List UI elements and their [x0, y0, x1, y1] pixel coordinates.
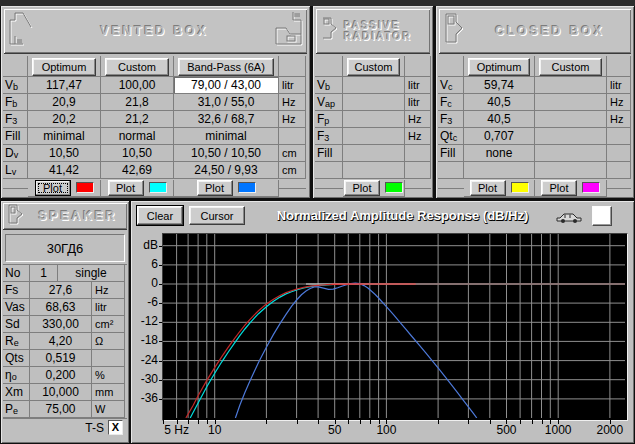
x-tick-label: 50: [328, 423, 341, 437]
cursor-button[interactable]: Cursor: [189, 206, 245, 225]
unit-label: Hz: [607, 94, 631, 111]
param-label: Qtc: [438, 128, 464, 145]
param-label: Dv: [3, 145, 28, 162]
x-tick-mark: [558, 420, 559, 424]
vented-box-table: Optimum Custom Band-Pass (6A) Vb 117,47 …: [3, 56, 308, 197]
y-tick-mark: [159, 341, 162, 342]
vented-box-header: VENTED BOX: [4, 9, 307, 54]
unit-label: Hz: [405, 128, 431, 145]
passive-custom-value: [343, 111, 405, 128]
y-tick-mark: [159, 303, 162, 304]
closed-box-header: CLOSED BOX: [439, 9, 631, 54]
vented-bandpass-value: 24,50 / 9,93: [174, 162, 279, 179]
x-tick-mark: [207, 420, 208, 424]
car-acoustics-icon[interactable]: [555, 210, 583, 228]
vented-optimum-value: 117,47: [28, 77, 101, 94]
y-tick-label: -36: [131, 392, 158, 404]
x-tick-mark: [266, 420, 267, 424]
closed-custom-value: [535, 77, 607, 94]
param-label: Fill: [438, 145, 464, 162]
x-tick-mark: [335, 420, 336, 424]
unit-label: Ω: [92, 333, 125, 350]
x-tick-label: 1000: [545, 423, 572, 437]
amplitude-response-plot[interactable]: [162, 233, 628, 421]
x-tick-mark: [542, 420, 543, 424]
passive-radiator-title-line2: RADIATOR: [344, 31, 430, 42]
plot-closed-optimum-button[interactable]: Plot: [470, 180, 506, 196]
param-label: Fill: [3, 128, 28, 145]
closed-custom-value: [535, 111, 607, 128]
vented-box-title: VENTED BOX: [38, 24, 271, 38]
unit-label: litr: [607, 77, 631, 94]
closed-plot-row: Plot Plot: [438, 179, 632, 197]
passive-custom-value: [343, 145, 405, 162]
param-value: 0,519: [30, 350, 92, 367]
closed-column-header-row: Optimum Custom: [438, 56, 632, 77]
vented-bandpass-value[interactable]: 79,00 / 43,00: [174, 77, 279, 94]
plot-closed-custom-button[interactable]: Plot: [541, 180, 577, 196]
unit-label: cm: [279, 162, 306, 179]
ts-checkbox[interactable]: X: [108, 420, 123, 435]
vented-bandpass-button[interactable]: Band-Pass (6A): [178, 58, 274, 76]
unit-label: [279, 128, 306, 145]
no-value[interactable]: 1: [30, 265, 58, 282]
passive-param-row: F3 Hz: [315, 128, 431, 145]
vented-bandpass-value: 31,0 / 55,0: [174, 94, 279, 111]
plot-vented-bandpass-button[interactable]: Plot: [197, 180, 233, 196]
unit-label: Hz: [279, 111, 306, 128]
vented-custom-value: 21,8: [101, 94, 174, 111]
vented-custom-button[interactable]: Custom: [105, 58, 169, 76]
param-label: Vas: [3, 299, 30, 316]
param-label: F3: [438, 111, 464, 128]
ts-parameters-row: T-S X: [3, 418, 127, 436]
x-tick-label: 2000: [597, 423, 624, 437]
no-mode[interactable]: single: [58, 265, 125, 282]
param-label: Fc: [438, 94, 464, 111]
y-tick-label: -30: [131, 373, 158, 385]
plot-color-swatch-cyan: [149, 182, 167, 193]
param-value: 68,63: [30, 299, 92, 316]
x-tick-mark: [610, 420, 611, 424]
graph-title: Normalized Amplitude Response (dB/Hz): [251, 208, 554, 223]
x-tick-mark: [532, 420, 533, 424]
passive-radiator-title-line1: PASSIVE: [344, 20, 430, 31]
speaker-table: No 1 single Fs 27,6 Hz Vas 68,63 litr: [3, 264, 127, 418]
closed-custom-button[interactable]: Custom: [539, 58, 602, 76]
unit-label: [92, 350, 125, 367]
unit-label: [607, 145, 631, 162]
speaker-param-row: ηo 0,200 %: [3, 367, 127, 384]
x-tick-mark: [177, 420, 178, 424]
speaker-no-row: No 1 single: [3, 265, 127, 282]
closed-optimum-value: none: [464, 145, 535, 162]
vented-optimum-button[interactable]: Optimum: [32, 58, 96, 76]
x-tick-label: 10: [208, 423, 221, 437]
plot-color-swatch-red: [76, 182, 94, 193]
closed-optimum-value: 40,5: [464, 94, 535, 111]
plot-passive-button[interactable]: Plot: [344, 180, 380, 196]
clear-button[interactable]: Clear: [137, 206, 183, 225]
unit-label: W: [92, 401, 125, 418]
closed-optimum-value: 0,707: [464, 128, 535, 145]
vented-column-header-row: Optimum Custom Band-Pass (6A): [3, 56, 308, 77]
passive-radiator-panel: PASSIVE RADIATOR Custom Vb litr: [313, 6, 433, 198]
vented-param-row: Dv 10,50 10,50 10,50 / 10,50 cm: [3, 145, 308, 162]
passive-custom-value: [343, 128, 405, 145]
y-tick-label: 0: [131, 277, 158, 289]
param-label: Re: [3, 333, 30, 350]
param-label: Vb: [315, 77, 343, 94]
unit-label: cm²: [92, 316, 125, 333]
passive-custom-button[interactable]: Custom: [347, 58, 400, 76]
unit-label: litr: [92, 299, 125, 316]
y-tick-mark: [159, 380, 162, 381]
param-label: Fb: [3, 94, 28, 111]
unit-label: litr: [279, 77, 306, 94]
vented-param-row: Vb 117,47 100,00 79,00 / 43,00 litr: [3, 77, 308, 94]
plot-vented-custom-button[interactable]: Plot: [108, 180, 144, 196]
color-swatch-button[interactable]: [592, 206, 612, 226]
speaker-param-row: Vas 68,63 litr: [3, 299, 127, 316]
speaker-model-name[interactable]: 30ГД6: [5, 234, 125, 262]
x-tick-mark: [360, 420, 361, 424]
param-label: Vb: [3, 77, 28, 94]
plot-vented-optimum-button[interactable]: Plot: [35, 180, 71, 196]
closed-optimum-button[interactable]: Optimum: [468, 58, 530, 76]
